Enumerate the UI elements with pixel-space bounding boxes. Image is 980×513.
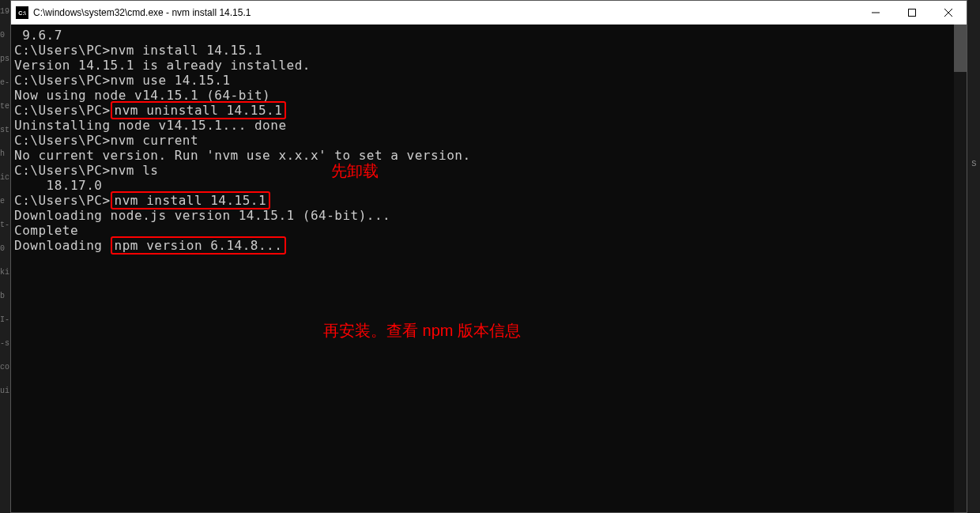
cmd-icon: C:\ xyxy=(16,6,28,19)
terminal-output[interactable]: 9.6.7 C:\Users\PC>nvm install 14.15.1 Ve… xyxy=(11,25,967,512)
window-controls xyxy=(858,1,967,25)
minimize-button[interactable] xyxy=(858,1,894,25)
terminal-scrollbar[interactable] xyxy=(954,25,967,512)
editor-gutter: 19 0 ps e- te st h ic e t- 0 ki b I- -s … xyxy=(0,0,10,513)
term-line: C:\Users\PC>nvm use 14.15.1 xyxy=(14,73,967,88)
term-line: Uninstalling node v14.15.1... done xyxy=(14,118,967,133)
term-line: C:\Users\PC>nvm ls xyxy=(14,163,967,178)
term-line: Downloading npm version 6.14.8... xyxy=(14,238,967,253)
highlight-box-install: nvm install 14.15.1 xyxy=(111,191,271,209)
term-line: C:\Users\PC>nvm uninstall 14.15.1 xyxy=(14,103,967,118)
window-titlebar[interactable]: C:\ C:\windows\system32\cmd.exe - nvm in… xyxy=(11,1,967,25)
annotation-install: 再安装。查看 npm 版本信息 xyxy=(323,323,521,338)
annotation-uninstall: 先卸载 xyxy=(331,164,379,179)
highlight-box-uninstall: nvm uninstall 14.15.1 xyxy=(111,101,287,119)
maximize-button[interactable] xyxy=(894,1,930,25)
right-edge: s xyxy=(967,0,980,513)
svg-rect-1 xyxy=(909,9,916,17)
term-line: Downloading node.js version 14.15.1 (64-… xyxy=(14,208,967,223)
right-edge-text: s xyxy=(971,158,977,169)
term-line: 9.6.7 xyxy=(14,28,967,43)
cmd-window: C:\ C:\windows\system32\cmd.exe - nvm in… xyxy=(10,0,967,513)
term-line: Version 14.15.1 is already installed. xyxy=(14,58,967,73)
term-line: No current version. Run 'nvm use x.x.x' … xyxy=(14,148,967,163)
window-title: C:\windows\system32\cmd.exe - nvm instal… xyxy=(33,7,858,18)
terminal-scrollbar-thumb[interactable] xyxy=(954,25,967,72)
close-button[interactable] xyxy=(930,1,967,25)
term-line: C:\Users\PC>nvm current xyxy=(14,133,967,148)
term-line: C:\Users\PC>nvm install 14.15.1 xyxy=(14,43,967,58)
highlight-box-npm: npm version 6.14.8... xyxy=(111,236,287,255)
term-line: C:\Users\PC>nvm install 14.15.1 xyxy=(14,193,967,208)
